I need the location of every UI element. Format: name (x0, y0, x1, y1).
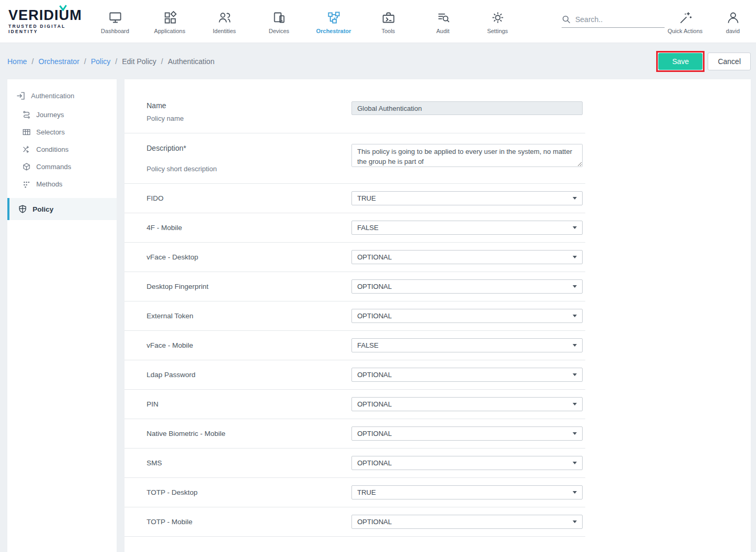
chevron-down-icon (573, 285, 577, 288)
chevron-down-icon (573, 520, 577, 523)
field-label: Native Biometric - Mobile (147, 430, 351, 438)
identities-icon (218, 11, 232, 25)
chevron-down-icon (573, 226, 577, 229)
save-button[interactable]: Save (658, 53, 702, 70)
veridium-logo: VERIDIUM TRUSTED DIGITAL IDENTITY (0, 8, 88, 34)
chevron-down-icon (573, 344, 577, 347)
external-token-select[interactable]: OPTIONAL (351, 309, 583, 323)
applications-icon (163, 11, 177, 25)
commands-icon (22, 162, 31, 171)
sidebar-item-label: Journeys (36, 111, 64, 119)
nav-item-tools[interactable]: Tools (361, 8, 416, 34)
nav-item-settings[interactable]: Settings (470, 8, 525, 34)
sidebar-item-conditions[interactable]: Conditions (7, 141, 117, 158)
description-row: Description* Policy short description Th… (125, 133, 585, 184)
select-value: OPTIONAL (357, 312, 392, 320)
sidebar-item-label: Selectors (36, 128, 65, 136)
nav-item-applications[interactable]: Applications (142, 8, 197, 34)
select-value: OPTIONAL (357, 459, 392, 467)
description-label: Description* (147, 144, 351, 152)
user-menu[interactable]: david (719, 8, 747, 34)
policy-description-textarea[interactable]: This policy is going to be applied to ev… (351, 144, 583, 167)
name-label: Name (147, 101, 351, 110)
brand-name: VERIDIUM (8, 7, 82, 23)
methods-icon (22, 180, 31, 189)
cancel-button[interactable]: Cancel (708, 53, 751, 70)
nav-label: Orchestrator (316, 28, 351, 34)
sms-select[interactable]: OPTIONAL (351, 456, 583, 470)
breadcrumb-orchestrator[interactable]: Orchestrator (38, 57, 79, 66)
fido-select[interactable]: TRUE (351, 191, 583, 205)
field-label: Desktop Fingerprint (147, 283, 351, 290)
totp-desktop-select[interactable]: TRUE (351, 485, 583, 499)
description-sublabel: Policy short description (147, 165, 351, 173)
sidebar-item-methods[interactable]: Methods (7, 175, 117, 193)
quick-actions-button[interactable]: Quick Actions (665, 8, 706, 34)
sidebar-item-commands[interactable]: Commands (7, 158, 117, 175)
field-label: TOTP - Desktop (147, 488, 351, 496)
nav-item-audit[interactable]: Audit (416, 8, 470, 34)
nav-label: Audit (436, 28, 449, 34)
ldap-password-select[interactable]: OPTIONAL (351, 368, 583, 382)
chevron-down-icon (573, 403, 577, 405)
sidebar-item-label: Policy (33, 205, 54, 213)
name-row: Name Policy name (125, 91, 585, 133)
native-biometric-mobile-select[interactable]: OPTIONAL (351, 426, 583, 441)
select-value: TRUE (357, 194, 376, 202)
field-label: 4F - Mobile (147, 224, 351, 232)
select-value: OPTIONAL (357, 518, 392, 526)
sidebar-item-selectors[interactable]: Selectors (7, 123, 117, 141)
topbar-right: Quick Actions david (665, 8, 756, 34)
nav-item-devices[interactable]: Devices (252, 8, 306, 34)
breadcrumb-separator: / (84, 57, 86, 66)
totp-mobile-select[interactable]: OPTIONAL (351, 515, 583, 529)
policy-name-input[interactable] (351, 101, 583, 115)
magic-wand-icon (678, 11, 692, 25)
search-input[interactable] (575, 15, 665, 24)
description-label-block: Description* Policy short description (147, 144, 351, 173)
pin-select[interactable]: OPTIONAL (351, 397, 583, 411)
select-value: OPTIONAL (357, 371, 392, 379)
user-avatar-icon (726, 11, 740, 25)
breadcrumb-home[interactable]: Home (7, 57, 27, 66)
chevron-down-icon (573, 197, 577, 200)
policy-icon (18, 204, 27, 214)
search-box (562, 15, 665, 28)
sidebar-item-label: Methods (36, 180, 63, 188)
conditions-icon (22, 145, 31, 154)
sidebar-item-policy[interactable]: Policy (7, 198, 117, 220)
breadcrumb-policy[interactable]: Policy (91, 57, 110, 66)
chevron-down-icon (573, 315, 577, 317)
4f-mobile-select[interactable]: FALSE (351, 221, 583, 235)
nav-item-orchestrator[interactable]: Orchestrator (306, 8, 361, 34)
select-value: OPTIONAL (357, 400, 392, 408)
ldap-password-row: Ldap Password OPTIONAL (125, 360, 585, 390)
journeys-icon (22, 110, 31, 119)
nav-item-identities[interactable]: Identities (197, 8, 252, 34)
vface-mobile-select[interactable]: FALSE (351, 338, 583, 352)
orchestrator-icon (327, 11, 341, 25)
dashboard-icon (108, 11, 122, 25)
external-token-row: External Token OPTIONAL (125, 301, 585, 331)
main-panel: Name Policy name Description* Policy sho… (125, 79, 751, 552)
page-actions: Save Cancel (656, 51, 751, 72)
nav-item-dashboard[interactable]: Dashboard (88, 8, 142, 34)
desktop-fingerprint-row: Desktop Fingerprint OPTIONAL (125, 272, 585, 301)
chevron-down-icon (573, 462, 577, 464)
field-label: Ldap Password (147, 371, 351, 379)
fido-row: FIDO TRUE (125, 184, 585, 213)
select-value: FALSE (357, 341, 378, 349)
logo-text: VERIDIUM (8, 8, 88, 23)
username-label: david (726, 28, 740, 34)
vface-desktop-select[interactable]: OPTIONAL (351, 250, 583, 264)
chevron-down-icon (573, 256, 577, 258)
field-label: SMS (147, 459, 351, 467)
sidebar-header-authentication[interactable]: Authentication (7, 86, 117, 106)
vface-desktop-row: vFace - Desktop OPTIONAL (125, 243, 585, 272)
name-sublabel: Policy name (147, 114, 351, 122)
desktop-fingerprint-select[interactable]: OPTIONAL (351, 279, 583, 294)
policy-form: Name Policy name Description* Policy sho… (125, 91, 585, 537)
breadcrumb: Home / Orchestrator / Policy / Edit Poli… (7, 57, 214, 66)
sidebar-item-journeys[interactable]: Journeys (7, 106, 117, 123)
nav-label: Tools (381, 28, 395, 34)
